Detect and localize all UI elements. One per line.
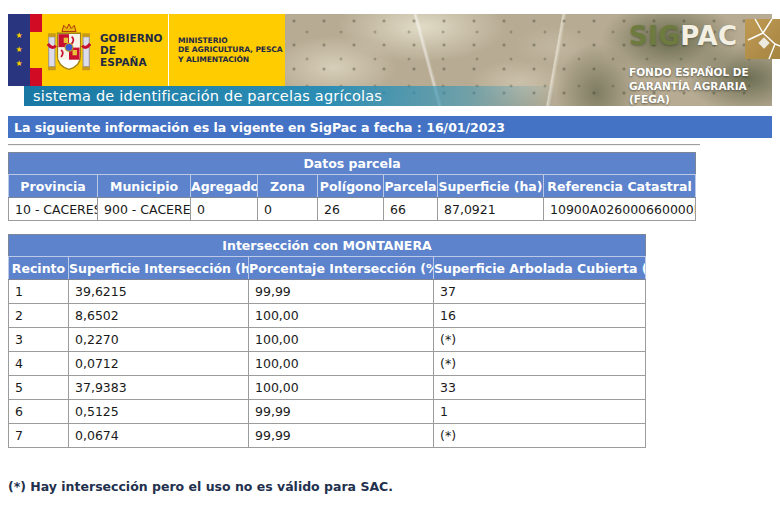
sigpac-parcel-icon <box>745 19 780 59</box>
cell: 5 <box>9 376 69 400</box>
datos-parcela-table: Datos parcela ProvinciaMunicipioAgregado… <box>8 152 696 221</box>
header-banner: ★ ★ ★ <box>8 14 772 106</box>
cell: 100,00 <box>249 352 434 376</box>
cell: 37,9383 <box>69 376 249 400</box>
horizontal-rule <box>8 144 700 146</box>
cell: (*) <box>434 352 646 376</box>
table-title: Intersección con MONTANERA <box>9 235 646 257</box>
ministry-banner: GOBIERNO DE ESPAÑA MINISTERIO DE AGRICUL… <box>42 14 285 86</box>
table-row: 139,621599,9937 <box>9 280 646 304</box>
cell: 0 <box>258 198 318 221</box>
cell: 99,99 <box>249 424 434 448</box>
cell: 7 <box>9 424 69 448</box>
sigpac-wordmark: SIGPAC <box>629 21 738 51</box>
column-header: Superficie (ha) <box>438 175 544 198</box>
cell: 87,0921 <box>438 198 544 221</box>
cell: 1 <box>434 400 646 424</box>
column-header: Zona <box>258 175 318 198</box>
sigpac-logo-block: SIGPAC FONDO ESPAÑOL DE GARANTÍA AGRARIA… <box>629 21 779 107</box>
cell: 0,2270 <box>69 328 249 352</box>
cell: 33 <box>434 376 646 400</box>
cell: 6 <box>9 400 69 424</box>
table-row: 60,512599,991 <box>9 400 646 424</box>
column-header: Polígono <box>318 175 384 198</box>
table-row: 70,067499,99(*) <box>9 424 646 448</box>
government-identity-block: ★ ★ ★ <box>8 14 285 86</box>
column-header: Superficie Arbolada Cubierta (%) <box>434 257 646 280</box>
column-header: Porcentaje Intersección (%) <box>249 257 434 280</box>
spain-coat-of-arms-icon <box>47 22 91 78</box>
table-body: 10 - CACERES900 - CACERES00266687,092110… <box>9 198 696 221</box>
column-header: Parcela <box>384 175 438 198</box>
cell: 39,6215 <box>69 280 249 304</box>
eu-star-icon: ★ <box>15 46 22 54</box>
column-header: Recinto <box>9 257 69 280</box>
column-header: Superficie Intersección (ha) <box>69 257 249 280</box>
cell: 10900A026000660000ML <box>544 198 696 221</box>
cell: 99,99 <box>249 400 434 424</box>
cell: 0,0712 <box>69 352 249 376</box>
ministerio-label: MINISTERIO DE AGRICULTURA, PESCA Y ALIME… <box>169 36 283 65</box>
fega-label: FONDO ESPAÑOL DE GARANTÍA AGRARIA (FEGA) <box>629 66 779 107</box>
table-row: 10 - CACERES900 - CACERES00266687,092110… <box>9 198 696 221</box>
cell: (*) <box>434 328 646 352</box>
cell: 26 <box>318 198 384 221</box>
column-header: Municipio <box>98 175 191 198</box>
column-header: Agregado <box>191 175 258 198</box>
cell: 900 - CACERES <box>98 198 191 221</box>
column-header-row: ProvinciaMunicipioAgregadoZonaPolígonoPa… <box>9 175 696 198</box>
info-bar: La siguiente información es la vigente e… <box>8 116 772 138</box>
tagline-bar: sistema de identificación de parcelas ag… <box>24 86 572 106</box>
cell: (*) <box>434 424 646 448</box>
tagline-text: sistema de identificación de parcelas ag… <box>24 88 382 104</box>
cell: 2 <box>9 304 69 328</box>
cell: 0 <box>191 198 258 221</box>
cell: 8,6502 <box>69 304 249 328</box>
cell: 0,5125 <box>69 400 249 424</box>
cell: 100,00 <box>249 304 434 328</box>
column-header: Referencia Catastral <box>544 175 696 198</box>
cell: 66 <box>384 198 438 221</box>
eu-flag: ★ ★ ★ <box>8 14 30 86</box>
table-row: 537,9383100,0033 <box>9 376 646 400</box>
interseccion-montanera-table: Intersección con MONTANERA RecintoSuperf… <box>8 234 646 448</box>
eu-star-icon: ★ <box>15 60 22 68</box>
cell: 1 <box>9 280 69 304</box>
cell: 99,99 <box>249 280 434 304</box>
asterisk-footnote: (*) Hay intersección pero el uso no es v… <box>8 479 772 494</box>
column-header-row: RecintoSuperficie Intersección (ha)Porce… <box>9 257 646 280</box>
cell: 0,0674 <box>69 424 249 448</box>
cell: 100,00 <box>249 376 434 400</box>
cell: 4 <box>9 352 69 376</box>
cell: 100,00 <box>249 328 434 352</box>
table-row: 28,6502100,0016 <box>9 304 646 328</box>
spain-flag <box>30 14 42 86</box>
cell: 16 <box>434 304 646 328</box>
table-row: 30,2270100,00(*) <box>9 328 646 352</box>
info-bar-text: La siguiente información es la vigente e… <box>14 120 505 135</box>
table-row: 40,0712100,00(*) <box>9 352 646 376</box>
table-body: 139,621599,993728,6502100,001630,2270100… <box>9 280 646 448</box>
cell: 10 - CACERES <box>9 198 98 221</box>
cell: 37 <box>434 280 646 304</box>
table-title: Datos parcela <box>9 153 696 175</box>
column-header: Provincia <box>9 175 98 198</box>
sigpac-report-page: { "header": { "gobierno": ["GOBIERNO", "… <box>0 0 780 509</box>
cell: 3 <box>9 328 69 352</box>
gobierno-label: GOBIERNO DE ESPAÑA <box>100 32 162 68</box>
eu-star-icon: ★ <box>15 32 22 40</box>
